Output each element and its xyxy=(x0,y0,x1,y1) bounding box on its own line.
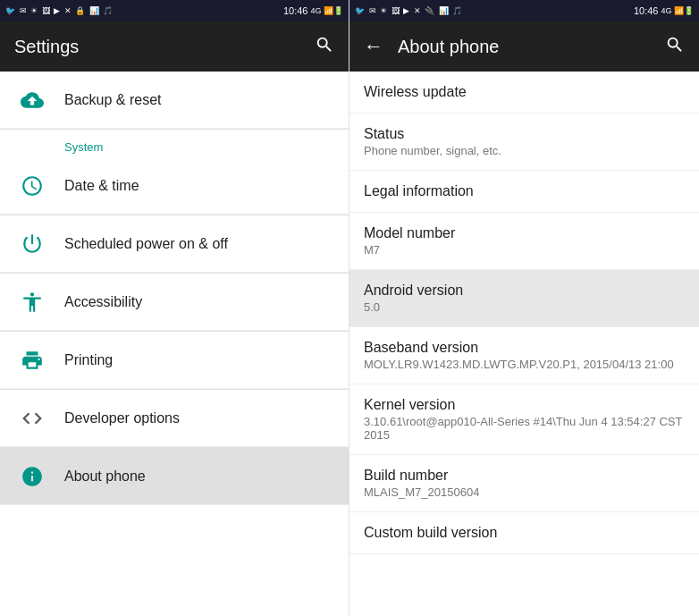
detail-item-model-number[interactable]: Model number M7 xyxy=(350,213,699,270)
backup-icon xyxy=(14,82,50,118)
scheduled-power-label: Scheduled power on & off xyxy=(64,236,228,252)
list-item-date-time[interactable]: Date & time xyxy=(0,157,349,215)
detail-item-baseband-version[interactable]: Baseband version MOLY.LR9.W1423.MD.LWTG.… xyxy=(350,327,699,384)
signal-icons-right: 4G 📶🔋 xyxy=(661,6,694,15)
accessibility-icon xyxy=(14,284,50,320)
about-phone-title: About phone xyxy=(398,37,665,57)
status-icons-right-left: 🐦 ✉ ☀ 🖼 ▶ ✕ 🔌 📊 🎵 xyxy=(355,6,463,15)
status-bar-left: 🐦 ✉ ☀ 🖼 ▶ ✕ 🔒 📊 🎵 10:46 4G 📶🔋 xyxy=(0,0,349,21)
time-right: 10:46 xyxy=(634,5,659,16)
printing-text: Printing xyxy=(64,352,113,368)
list-item-scheduled-power[interactable]: Scheduled power on & off xyxy=(0,215,349,273)
custom-build-version-title: Custom build version xyxy=(364,525,685,541)
developer-options-label: Developer options xyxy=(64,410,180,426)
detail-item-status[interactable]: Status Phone number, signal, etc. xyxy=(350,114,699,171)
list-item-accessibility[interactable]: Accessibility xyxy=(0,274,349,331)
detail-item-custom-build-version[interactable]: Custom build version xyxy=(350,512,699,554)
settings-panel: 🐦 ✉ ☀ 🖼 ▶ ✕ 🔒 📊 🎵 10:46 4G 📶🔋 Settings B… xyxy=(0,0,350,616)
baseband-version-title: Baseband version xyxy=(364,340,685,356)
notification-icons: 🐦 ✉ ☀ 🖼 ▶ ✕ 🔒 📊 🎵 xyxy=(5,6,114,15)
search-icon-right[interactable] xyxy=(665,35,685,59)
about-phone-panel: 🐦 ✉ ☀ 🖼 ▶ ✕ 🔌 📊 🎵 10:46 4G 📶🔋 ← About ph… xyxy=(350,0,699,616)
status-subtitle: Phone number, signal, etc. xyxy=(364,144,685,157)
detail-item-wireless-update[interactable]: Wireless update xyxy=(350,72,699,114)
about-phone-toolbar: ← About phone xyxy=(350,21,699,72)
accessibility-label: Accessibility xyxy=(64,294,142,310)
accessibility-text: Accessibility xyxy=(64,294,142,310)
status-icons-left: 🐦 ✉ ☀ 🖼 ▶ ✕ 🔒 📊 🎵 xyxy=(5,6,114,15)
backup-reset-text: Backup & reset xyxy=(64,92,162,108)
date-time-text: Date & time xyxy=(64,178,139,194)
build-number-value: MLAIS_M7_20150604 xyxy=(364,485,685,499)
about-phone-label: About phone xyxy=(64,468,146,485)
code-icon xyxy=(14,401,50,436)
developer-options-text: Developer options xyxy=(64,410,180,426)
info-icon xyxy=(14,459,50,494)
back-button[interactable]: ← xyxy=(364,35,383,58)
list-item-backup-reset[interactable]: Backup & reset xyxy=(0,72,349,129)
search-icon-left[interactable] xyxy=(315,35,334,59)
model-number-title: Model number xyxy=(364,225,685,241)
printing-label: Printing xyxy=(64,352,113,368)
status-bar-right: 🐦 ✉ ☀ 🖼 ▶ ✕ 🔌 📊 🎵 10:46 4G 📶🔋 xyxy=(350,0,699,21)
detail-item-kernel-version[interactable]: Kernel version 3.10.61\root@app010-All-S… xyxy=(350,384,699,455)
kernel-version-value: 3.10.61\root@app010-All-Series #14\Thu J… xyxy=(364,415,685,442)
time-left: 10:46 xyxy=(283,5,308,16)
settings-title: Settings xyxy=(14,37,315,57)
status-icons-right: 10:46 4G 📶🔋 xyxy=(283,5,343,16)
signal-icons-left: 4G 📶🔋 xyxy=(310,6,343,15)
settings-content: Backup & reset System Date & time Schedu… xyxy=(0,72,349,616)
date-time-label: Date & time xyxy=(64,178,139,194)
power-icon xyxy=(14,226,50,262)
scheduled-power-text: Scheduled power on & off xyxy=(64,236,228,252)
list-item-about-phone[interactable]: About phone xyxy=(0,448,349,505)
kernel-version-title: Kernel version xyxy=(364,397,685,413)
android-version-title: Android version xyxy=(364,283,685,299)
model-number-value: M7 xyxy=(364,243,685,257)
detail-item-build-number[interactable]: Build number MLAIS_M7_20150604 xyxy=(350,455,699,512)
status-info-right: 10:46 4G 📶🔋 xyxy=(634,5,694,16)
backup-reset-label: Backup & reset xyxy=(64,92,162,108)
list-item-developer-options[interactable]: Developer options xyxy=(0,390,349,447)
list-item-printing[interactable]: Printing xyxy=(0,332,349,389)
print-icon xyxy=(14,342,50,378)
about-phone-text: About phone xyxy=(64,468,146,485)
notification-icons-right: 🐦 ✉ ☀ 🖼 ▶ ✕ 🔌 📊 🎵 xyxy=(355,6,463,15)
clock-icon xyxy=(14,168,50,204)
about-phone-content: Wireless update Status Phone number, sig… xyxy=(350,72,699,616)
status-title: Status xyxy=(364,126,685,142)
build-number-title: Build number xyxy=(364,468,685,484)
settings-toolbar: Settings xyxy=(0,21,349,72)
detail-item-android-version[interactable]: Android version 5.0 xyxy=(350,270,699,327)
android-version-value: 5.0 xyxy=(364,300,685,314)
legal-information-title: Legal information xyxy=(364,183,685,199)
detail-item-legal-information[interactable]: Legal information xyxy=(350,171,699,213)
baseband-version-value: MOLY.LR9.W1423.MD.LWTG.MP.V20.P1, 2015/0… xyxy=(364,358,685,371)
system-section-header: System xyxy=(0,130,349,157)
wireless-update-title: Wireless update xyxy=(364,84,685,100)
